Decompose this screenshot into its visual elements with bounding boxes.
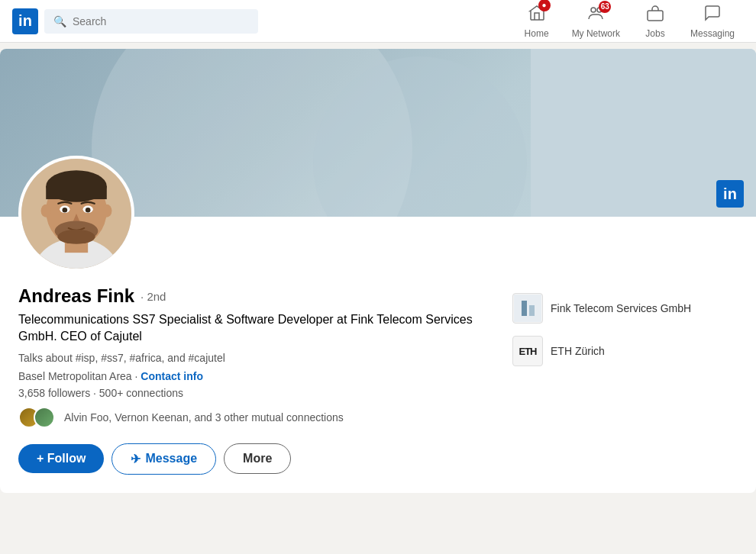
message-label: Message <box>145 452 197 465</box>
profile-title: Telecommunications SS7 Specialist & Soft… <box>18 311 494 346</box>
fink-logo-svg <box>514 295 541 322</box>
avatar <box>18 156 134 272</box>
mutual-connections: Alvin Foo, Vernon Keenan, and 3 other mu… <box>18 407 494 428</box>
profile-sidebar: Fink Telecom Services GmbH ETH ETH Züric… <box>512 285 738 475</box>
profile-tags: Talks about #isp, #ss7, #africa, and #ca… <box>18 352 494 364</box>
profile-main: Andreas Fink · 2nd Telecommunications SS… <box>18 285 494 475</box>
company-fink[interactable]: Fink Telecom Services GmbH <box>512 293 738 324</box>
eth-logo-text: ETH <box>519 346 537 357</box>
svg-point-14 <box>86 208 91 213</box>
svg-point-0 <box>591 8 596 12</box>
search-input[interactable] <box>73 15 249 27</box>
profile-name: Andreas Fink <box>18 285 134 307</box>
svg-point-16 <box>57 230 95 244</box>
nav-jobs[interactable]: Jobs <box>632 4 678 39</box>
svg-rect-18 <box>522 301 527 316</box>
message-button[interactable]: ✈ Message <box>111 443 216 475</box>
svg-rect-8 <box>46 186 107 199</box>
profile-card: in <box>0 49 756 493</box>
network-badge: 63 <box>599 1 611 13</box>
jobs-icon <box>646 4 664 27</box>
follow-button[interactable]: + Follow <box>18 444 104 473</box>
action-buttons: + Follow ✈ Message More <box>18 443 494 475</box>
fink-logo <box>512 293 543 324</box>
mutual-avatars <box>18 407 49 428</box>
profile-name-line: Andreas Fink · 2nd <box>18 285 494 307</box>
location-text: Basel Metropolitan Area <box>18 370 132 382</box>
svg-point-13 <box>63 208 68 213</box>
svg-rect-2 <box>648 11 663 21</box>
contact-info-link[interactable]: Contact info <box>141 370 203 382</box>
navbar: in 🔍 ● Home 63 My Network Jobs <box>0 0 756 43</box>
my-network-icon: 63 <box>586 4 605 27</box>
connection-degree: · 2nd <box>141 290 166 303</box>
nav-home[interactable]: ● Home <box>514 4 560 39</box>
fink-company-name: Fink Telecom Services GmbH <box>551 302 691 314</box>
more-button[interactable]: More <box>224 443 291 474</box>
mutual-text: Alvin Foo, Vernon Keenan, and 3 other mu… <box>64 411 344 424</box>
messaging-label: Messaging <box>690 28 735 39</box>
network-label: My Network <box>572 28 620 39</box>
svg-point-10 <box>102 205 111 217</box>
home-label: Home <box>525 28 549 39</box>
home-icon: ● <box>528 4 546 27</box>
nav-items: ● Home 63 My Network Jobs Messaging <box>514 4 744 39</box>
message-icon: ✈ <box>131 452 141 466</box>
linkedin-watermark: in <box>716 180 744 208</box>
svg-rect-17 <box>514 295 541 322</box>
home-badge: ● <box>538 0 551 11</box>
search-bar[interactable]: 🔍 <box>44 9 258 34</box>
nav-messaging[interactable]: Messaging <box>681 4 744 39</box>
svg-rect-19 <box>529 305 535 316</box>
profile-stats: 3,658 followers · 500+ connections <box>18 387 494 399</box>
linkedin-logo[interactable]: in <box>12 8 38 34</box>
jobs-label: Jobs <box>645 28 664 39</box>
nav-my-network[interactable]: 63 My Network <box>563 4 629 39</box>
profile-location: Basel Metropolitan Area · Contact info <box>18 370 494 382</box>
eth-company-name: ETH Zürich <box>551 345 605 357</box>
svg-point-9 <box>41 205 51 217</box>
profile-photo <box>21 159 131 269</box>
mutual-avatar-2 <box>34 407 55 428</box>
eth-logo: ETH <box>512 336 543 366</box>
search-icon: 🔍 <box>53 15 66 27</box>
company-eth[interactable]: ETH ETH Zürich <box>512 336 738 366</box>
messaging-icon <box>703 4 722 27</box>
